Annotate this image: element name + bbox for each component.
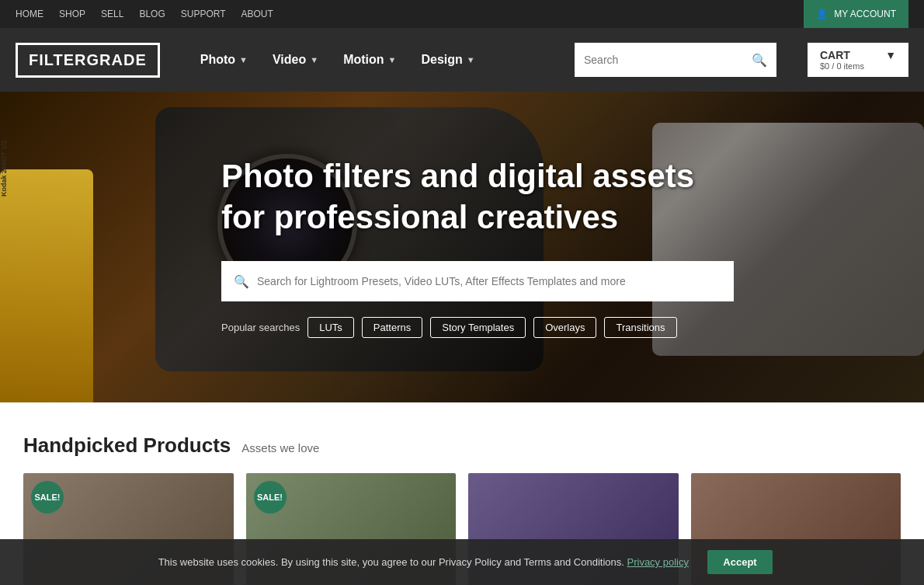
hero-title: Photo filters and digital assets for pro… xyxy=(221,156,703,238)
tag-overlays[interactable]: Overlays xyxy=(533,317,596,338)
cookie-banner: This website uses cookies. By using this… xyxy=(0,539,924,585)
products-title: Handpicked Products xyxy=(23,434,231,458)
nav-sell[interactable]: SELL xyxy=(101,9,123,19)
tag-luts[interactable]: LUTs xyxy=(307,317,354,338)
accept-cookies-button[interactable]: Accept xyxy=(707,550,772,574)
popular-label: Popular searches xyxy=(221,322,300,333)
sale-badge: SALE! xyxy=(31,481,64,514)
cart-label: CART xyxy=(820,49,850,61)
tag-transitions[interactable]: Transitions xyxy=(604,317,676,338)
main-nav-links: Photo ▼ Video ▼ Motion ▼ Design ▼ xyxy=(191,47,551,73)
search-icon: 🔍 xyxy=(234,274,249,289)
cookie-text: This website uses cookies. By using this… xyxy=(151,556,695,568)
nav-about[interactable]: ABOUT xyxy=(241,9,273,19)
tag-patterns[interactable]: Patterns xyxy=(362,317,422,338)
account-icon: 👤 xyxy=(816,9,828,19)
chevron-down-icon: ▼ xyxy=(885,49,896,61)
top-bar: HOME SHOP SELL BLOG SUPPORT ABOUT 👤 MY A… xyxy=(0,0,924,28)
privacy-policy-link[interactable]: Privacy policy xyxy=(627,556,689,568)
nav-shop[interactable]: SHOP xyxy=(59,9,85,19)
chevron-down-icon: ▼ xyxy=(239,55,248,64)
my-account-button[interactable]: 👤 MY ACCOUNT xyxy=(804,0,908,28)
hero-section: Photo filters and digital assets for pro… xyxy=(0,92,924,402)
film-canister xyxy=(0,169,93,402)
search-button[interactable]: 🔍 xyxy=(752,53,767,68)
top-nav: HOME SHOP SELL BLOG SUPPORT ABOUT xyxy=(16,9,273,19)
chevron-down-icon: ▼ xyxy=(388,55,397,64)
cart-info: $0 / 0 items xyxy=(820,61,896,71)
chevron-down-icon: ▼ xyxy=(310,55,318,64)
nav-support[interactable]: SUPPORT xyxy=(181,9,226,19)
nav-blog[interactable]: BLOG xyxy=(139,9,165,19)
nav-video[interactable]: Video ▼ xyxy=(263,47,328,73)
cart-button[interactable]: CART ▼ $0 / 0 items xyxy=(808,43,908,77)
products-header: Handpicked Products Assets we love xyxy=(23,434,901,458)
tag-story-templates[interactable]: Story Templates xyxy=(430,317,526,338)
hero-search-input[interactable] xyxy=(257,275,721,287)
hero-content: Photo filters and digital assets for pro… xyxy=(190,156,734,338)
main-search-area: 🔍 xyxy=(575,43,776,77)
chevron-down-icon: ▼ xyxy=(467,55,475,64)
nav-home[interactable]: HOME xyxy=(16,9,43,19)
main-search-input[interactable] xyxy=(584,54,752,66)
nav-photo[interactable]: Photo ▼ xyxy=(191,47,257,73)
main-nav: FILTERGRADE Photo ▼ Video ▼ Motion ▼ Des… xyxy=(0,28,924,92)
nav-motion[interactable]: Motion ▼ xyxy=(334,47,405,73)
nav-design[interactable]: Design ▼ xyxy=(412,47,484,73)
popular-searches: Popular searches LUTs Patterns Story Tem… xyxy=(221,317,703,338)
products-subtitle: Assets we love xyxy=(241,441,319,454)
hero-search-box: 🔍 xyxy=(221,261,734,301)
sale-badge: SALE! xyxy=(254,481,287,514)
logo[interactable]: FILTERGRADE xyxy=(16,43,160,78)
